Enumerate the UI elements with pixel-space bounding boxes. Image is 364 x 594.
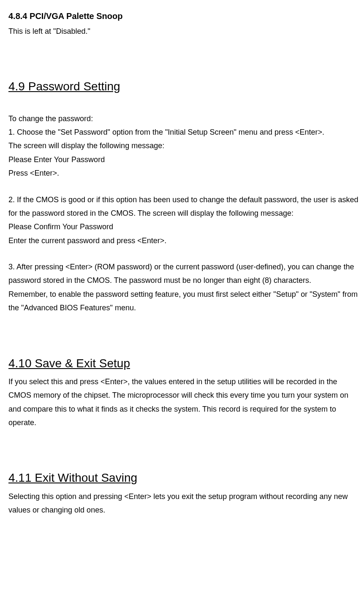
- section-49-step2a: 2. If the CMOS is good or if this option…: [8, 193, 360, 220]
- section-410-text: If you select this and press <Enter>, th…: [8, 375, 360, 430]
- section-49-step2c: Enter the current password and press <En…: [8, 234, 360, 247]
- section-49-intro: To change the password:: [8, 112, 360, 125]
- section-49-step1b: The screen will display the following me…: [8, 139, 360, 152]
- section-411-text: Selecting this option and pressing <Ente…: [8, 490, 360, 517]
- section-410-title: 4.10 Save & Exit Setup: [8, 355, 360, 372]
- section-411-title: 4.11 Exit Without Saving: [8, 469, 360, 486]
- section-49-step1a: 1. Choose the "Set Password" option from…: [8, 125, 360, 139]
- section-49-title: 4.9 Password Setting: [8, 78, 360, 95]
- section-49-step3b: Remember, to enable the password setting…: [8, 288, 360, 315]
- section-49-step3a: 3. After pressing <Enter> (ROM password)…: [8, 260, 360, 288]
- section-49-step2b: Please Confirm Your Password: [8, 220, 360, 233]
- section-49-step1c: Please Enter Your Password: [8, 153, 360, 166]
- section-484-title: 4.8.4 PCI/VGA Palette Snoop: [8, 8, 360, 24]
- section-49-step1d: Press <Enter>.: [8, 166, 360, 180]
- section-484-text: This is left at "Disabled.": [8, 24, 360, 38]
